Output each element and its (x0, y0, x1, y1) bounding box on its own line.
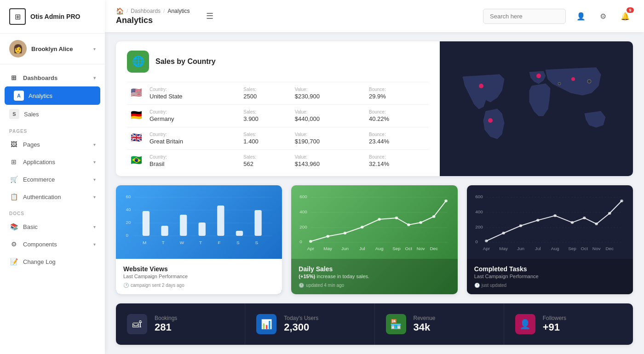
sidebar-item-changelog[interactable]: 📝 Change Log (0, 253, 105, 270)
home-icon: 🏠 (116, 7, 124, 15)
sidebar-item-label-ecommerce: Ecommerce (23, 176, 89, 183)
completed-tasks-footer: 🕐 just updated (474, 283, 626, 288)
daily-sales-chart-area: 600 400 200 0 (291, 185, 457, 259)
stat-value: 34k (414, 321, 436, 333)
breadcrumb-sep2: / (163, 8, 165, 14)
header-title-area: 🏠 / Dashboards / Analytics Analytics (116, 7, 190, 25)
notification-button[interactable]: 🔔 9 (617, 8, 633, 24)
svg-point-46 (445, 200, 448, 202)
daily-sales-info: Daily Sales (+15%) increase in today sal… (291, 259, 457, 294)
chevron-icon-pages: ▾ (93, 142, 96, 147)
sidebar-item-label-applications: Applications (23, 159, 89, 166)
user-icon-button[interactable]: 👤 (573, 8, 589, 24)
clock-icon-tasks: 🕐 (474, 283, 480, 288)
svg-point-71 (595, 223, 598, 225)
svg-text:40: 40 (126, 207, 131, 211)
sidebar-item-dashboards[interactable]: ⊞ Dashboards ▾ (0, 69, 105, 86)
svg-point-3 (536, 74, 541, 78)
sales-letter-icon: S (9, 109, 19, 119)
svg-text:Jun: Jun (341, 246, 349, 251)
svg-rect-15 (143, 211, 150, 236)
stat-item: 👤 Followers +91 (504, 303, 633, 345)
clock-icon: 🕐 (123, 283, 129, 288)
sidebar-user[interactable]: 👩 Brooklyn Alice ▾ (0, 34, 105, 64)
svg-point-41 (378, 218, 381, 221)
svg-point-40 (361, 226, 364, 228)
sidebar-item-components[interactable]: ⚙ Components ▾ (0, 235, 105, 253)
daily-sales-subtitle: (+15%) increase in today sales. (299, 274, 450, 279)
sidebar-item-pages[interactable]: 🖼 Pages ▾ (0, 136, 105, 153)
applications-icon: ⊞ (9, 157, 18, 166)
country-table-row: 🇬🇧 Country: Great Britain Sales: 1.400 V… (127, 127, 429, 150)
pages-icon: 🖼 (9, 140, 18, 149)
svg-point-73 (620, 200, 623, 202)
sidebar-item-label-components: Components (23, 241, 89, 248)
svg-text:0: 0 (475, 239, 477, 244)
sidebar-item-label-auth: Authentication (23, 194, 89, 200)
avatar: 👩 (9, 40, 27, 57)
user-name: Brooklyn Alice (31, 46, 89, 52)
daily-sales-card: 600 400 200 0 (291, 185, 457, 294)
sidebar-item-label-changelog: Change Log (23, 258, 96, 265)
svg-text:400: 400 (300, 209, 307, 214)
country-table-row: 🇩🇪 Country: Germany Sales: 3.900 Value: … (127, 105, 429, 127)
components-icon: ⚙ (9, 240, 18, 249)
svg-text:Aug: Aug (551, 246, 559, 251)
sidebar-item-analytics[interactable]: A Analytics (5, 86, 100, 105)
stat-item: 🏪 Revenue 34k (375, 303, 504, 345)
sidebar-item-applications[interactable]: ⊞ Applications ▾ (0, 153, 105, 171)
sidebar-item-basic[interactable]: 📚 Basic ▾ (0, 218, 105, 235)
svg-text:60: 60 (126, 194, 131, 199)
svg-text:200: 200 (300, 224, 307, 229)
svg-point-68 (553, 214, 557, 217)
daily-sales-title: Daily Sales (299, 265, 450, 273)
dashboards-icon: ⊞ (9, 73, 18, 82)
website-views-subtitle: Last Campaign Performance (123, 274, 275, 279)
svg-text:T: T (199, 240, 202, 245)
chevron-icon-auth: ▾ (93, 194, 96, 200)
daily-sales-footer: 🕐 updated 4 min ago (299, 283, 450, 288)
svg-point-44 (420, 221, 423, 224)
sales-by-country-card: 🌐 Sales by Country 🇺🇸 Country: United St… (116, 41, 633, 176)
completed-tasks-card: 600 400 200 0 (467, 185, 633, 294)
docs-section-label: DOCS (0, 206, 105, 218)
line-chart-svg-green: 600 400 200 0 (299, 193, 450, 257)
country-table: 🇺🇸 Country: United State Sales: 2500 Val… (127, 82, 429, 172)
svg-text:M: M (143, 240, 146, 245)
svg-text:Sep: Sep (568, 246, 576, 251)
stat-icon: 🏪 (386, 314, 406, 334)
stat-icon: 👤 (515, 314, 535, 334)
hamburger-icon[interactable]: ☰ (206, 11, 213, 21)
search-input[interactable] (483, 9, 566, 24)
header: 🏠 / Dashboards / Analytics Analytics ☰ 👤… (105, 0, 644, 32)
content: 🌐 Sales by Country 🇺🇸 Country: United St… (105, 32, 644, 354)
svg-point-67 (536, 219, 540, 222)
svg-point-4 (571, 77, 575, 81)
svg-point-45 (432, 215, 436, 218)
svg-point-69 (570, 221, 574, 224)
svg-text:Apr: Apr (307, 246, 314, 251)
stat-value: 281 (155, 321, 177, 333)
svg-text:Oct: Oct (405, 246, 413, 251)
header-icons: 👤 ⚙ 🔔 9 (573, 8, 633, 24)
sidebar-item-ecommerce[interactable]: 🛒 Ecommerce ▾ (0, 171, 105, 188)
svg-text:Nov: Nov (592, 246, 601, 251)
logo-icon: ⊞ (9, 8, 26, 25)
sales-map (440, 41, 633, 176)
sidebar-item-label-pages: Pages (23, 141, 89, 148)
svg-rect-17 (180, 215, 187, 236)
svg-text:Sep: Sep (393, 246, 401, 251)
breadcrumb: 🏠 / Dashboards / Analytics (116, 7, 190, 15)
svg-text:0: 0 (126, 233, 128, 237)
svg-rect-16 (161, 226, 168, 236)
svg-point-72 (608, 212, 611, 215)
svg-point-39 (344, 232, 347, 234)
sidebar-item-sales[interactable]: S Sales (0, 105, 105, 123)
main-area: 🏠 / Dashboards / Analytics Analytics ☰ 👤… (105, 0, 644, 354)
logo-text: Otis Admin PRO (30, 13, 80, 20)
svg-text:Apr: Apr (483, 246, 489, 251)
svg-point-38 (327, 235, 330, 238)
settings-icon-button[interactable]: ⚙ (595, 8, 611, 24)
stat-label: Followers (543, 315, 566, 321)
sidebar-item-authentication[interactable]: 📋 Authentication ▾ (0, 188, 105, 206)
